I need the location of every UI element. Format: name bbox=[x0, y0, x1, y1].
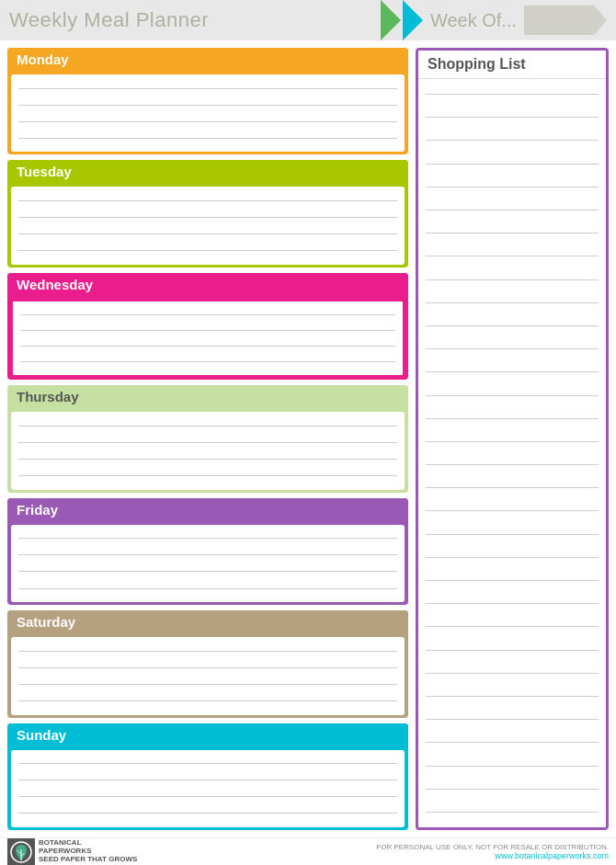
arrow-decoration bbox=[381, 0, 423, 40]
day-header-tuesday: Tuesday bbox=[7, 160, 408, 183]
day-line-wednesday-0 bbox=[20, 314, 395, 315]
shopping-line-7 bbox=[426, 256, 599, 256]
logo-text: BOTANICAL PAPERWORKS SEED PAPER THAT GRO… bbox=[39, 839, 137, 863]
day-line-saturday-2 bbox=[18, 684, 397, 685]
green-arrow-icon bbox=[381, 0, 401, 40]
day-content-friday bbox=[11, 525, 405, 602]
day-line-tuesday-1 bbox=[18, 217, 397, 218]
day-line-thursday-3 bbox=[18, 475, 397, 476]
day-header-wednesday: Wednesday bbox=[7, 273, 408, 296]
day-line-wednesday-1 bbox=[20, 330, 395, 331]
day-block-monday: Monday bbox=[7, 48, 408, 154]
day-block-wednesday: Wednesday bbox=[7, 273, 408, 380]
days-column: MondayTuesdayWednesdayThursdayFridaySatu… bbox=[7, 48, 408, 830]
day-content-monday bbox=[11, 74, 405, 152]
shopping-line-14 bbox=[426, 418, 599, 419]
shopping-line-13 bbox=[426, 395, 599, 396]
shopping-line-26 bbox=[426, 696, 599, 697]
day-content-tuesday bbox=[11, 187, 405, 264]
shopping-line-0 bbox=[426, 94, 599, 95]
day-line-thursday-0 bbox=[18, 426, 397, 427]
shopping-line-31 bbox=[426, 812, 599, 813]
day-line-monday-2 bbox=[18, 121, 397, 122]
shopping-line-15 bbox=[426, 441, 599, 442]
day-line-sunday-0 bbox=[18, 763, 397, 764]
shopping-line-4 bbox=[426, 187, 599, 188]
shopping-line-25 bbox=[426, 673, 599, 674]
header: Weekly Meal Planner Week Of... bbox=[0, 0, 616, 40]
cyan-arrow-icon bbox=[403, 0, 423, 40]
day-header-friday: Friday bbox=[7, 498, 408, 521]
shopping-line-9 bbox=[426, 302, 599, 303]
day-line-sunday-1 bbox=[18, 780, 397, 780]
day-line-monday-3 bbox=[18, 138, 397, 139]
day-header-thursday: Thursday bbox=[7, 385, 408, 408]
shopping-line-23 bbox=[426, 626, 599, 627]
week-of-label: Week Of... bbox=[430, 10, 517, 31]
shopping-line-1 bbox=[426, 117, 599, 118]
shopping-list-panel: Shopping List bbox=[416, 48, 609, 830]
logo-line3: SEED PAPER THAT GROWS bbox=[39, 856, 137, 864]
day-header-monday: Monday bbox=[7, 48, 408, 71]
day-content-saturday bbox=[11, 637, 405, 714]
shopping-line-12 bbox=[426, 371, 599, 372]
shopping-line-20 bbox=[426, 557, 599, 558]
day-line-saturday-0 bbox=[18, 651, 397, 652]
day-header-sunday: Sunday bbox=[7, 723, 408, 746]
day-line-saturday-1 bbox=[18, 667, 397, 668]
shopping-line-30 bbox=[426, 789, 599, 790]
week-of-input[interactable] bbox=[524, 14, 593, 28]
footer-disclaimer: FOR PERSONAL USE ONLY, NOT FOR RESALE OR… bbox=[376, 843, 609, 851]
day-line-monday-0 bbox=[18, 88, 397, 89]
logo-area: BOTANICAL PAPERWORKS SEED PAPER THAT GRO… bbox=[7, 838, 137, 866]
day-block-saturday: Saturday bbox=[7, 610, 408, 717]
day-content-sunday bbox=[11, 750, 405, 827]
shopping-line-16 bbox=[426, 464, 599, 465]
week-of-input-container bbox=[524, 6, 607, 35]
day-block-tuesday: Tuesday bbox=[7, 160, 408, 267]
shopping-line-24 bbox=[426, 650, 599, 651]
day-block-thursday: Thursday bbox=[7, 385, 408, 492]
day-line-friday-3 bbox=[18, 588, 397, 589]
shopping-line-8 bbox=[426, 279, 599, 280]
shopping-line-10 bbox=[426, 325, 599, 326]
day-line-monday-1 bbox=[18, 105, 397, 106]
day-block-friday: Friday bbox=[7, 498, 408, 605]
shopping-line-2 bbox=[426, 140, 599, 141]
day-line-saturday-3 bbox=[18, 700, 397, 701]
day-content-thursday bbox=[11, 412, 405, 489]
shopping-line-21 bbox=[426, 580, 599, 581]
day-line-sunday-2 bbox=[18, 796, 397, 797]
day-block-sunday: Sunday bbox=[7, 723, 408, 830]
day-line-wednesday-3 bbox=[20, 361, 395, 362]
day-line-sunday-3 bbox=[18, 813, 397, 814]
day-line-tuesday-0 bbox=[18, 200, 397, 201]
day-line-friday-2 bbox=[18, 571, 397, 572]
shopping-line-28 bbox=[426, 742, 599, 743]
day-line-wednesday-2 bbox=[20, 346, 395, 347]
shopping-line-29 bbox=[426, 766, 599, 767]
shopping-line-5 bbox=[426, 210, 599, 211]
shopping-line-18 bbox=[426, 510, 599, 511]
shopping-list-lines bbox=[418, 79, 606, 827]
day-content-wednesday bbox=[11, 300, 405, 377]
day-line-tuesday-2 bbox=[18, 233, 397, 234]
logo-image bbox=[7, 838, 35, 866]
botanical-logo-icon bbox=[9, 840, 33, 864]
day-line-friday-0 bbox=[18, 538, 397, 539]
day-line-friday-1 bbox=[18, 554, 397, 555]
footer: BOTANICAL PAPERWORKS SEED PAPER THAT GRO… bbox=[0, 837, 616, 865]
shopping-line-11 bbox=[426, 348, 599, 349]
app-title: Weekly Meal Planner bbox=[9, 8, 381, 32]
shopping-line-22 bbox=[426, 603, 599, 604]
day-line-thursday-1 bbox=[18, 442, 397, 443]
shopping-line-19 bbox=[426, 534, 599, 535]
day-line-tuesday-3 bbox=[18, 250, 397, 251]
footer-right: FOR PERSONAL USE ONLY, NOT FOR RESALE OR… bbox=[376, 843, 609, 860]
day-line-thursday-2 bbox=[18, 459, 397, 460]
shopping-line-27 bbox=[426, 719, 599, 720]
shopping-line-6 bbox=[426, 233, 599, 233]
shopping-line-17 bbox=[426, 487, 599, 488]
footer-url: www.botanicalpaperworks.com bbox=[376, 851, 609, 860]
day-header-saturday: Saturday bbox=[7, 610, 408, 633]
